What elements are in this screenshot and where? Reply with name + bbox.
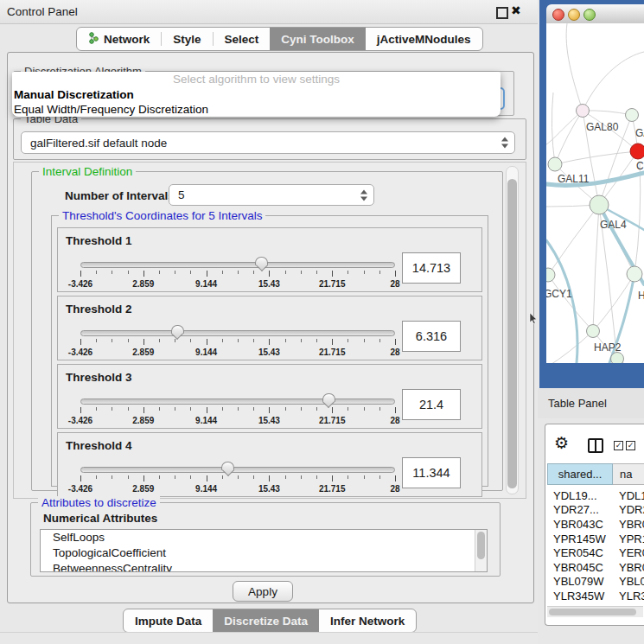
- table-row[interactable]: YLR345WYLR3: [547, 589, 644, 603]
- network-node[interactable]: [611, 353, 624, 364]
- close-icon[interactable]: ✖: [511, 3, 521, 17]
- network-edge[interactable]: [555, 151, 638, 164]
- float-window-icon[interactable]: [496, 7, 508, 19]
- tab-select[interactable]: Select: [214, 28, 271, 50]
- network-node-label: HAP2: [594, 341, 622, 354]
- column-header-name[interactable]: na: [613, 463, 644, 485]
- table-cell: YBL0: [615, 575, 644, 588]
- slider-track[interactable]: [80, 467, 395, 473]
- network-edge-highlighted[interactable]: [546, 240, 577, 363]
- table-row[interactable]: YDL19...YDL1: [547, 488, 644, 503]
- attribute-list-item[interactable]: SelfLoops: [41, 530, 487, 545]
- network-node[interactable]: [548, 157, 562, 171]
- close-traffic-light-icon[interactable]: [552, 9, 564, 21]
- network-node-label: GAL80: [586, 121, 619, 133]
- network-node[interactable]: [630, 143, 644, 159]
- dropdown-option-manual[interactable]: Manual Discretization: [12, 87, 501, 102]
- network-node[interactable]: [626, 109, 639, 122]
- network-node[interactable]: [577, 105, 590, 118]
- table-row[interactable]: YIL052CYIL0: [547, 603, 644, 605]
- threshold-slider[interactable]: -3.4262.8599.14415.4321.71528: [80, 467, 395, 494]
- table-row[interactable]: YDR27...YDR2: [547, 503, 644, 518]
- tab-impute-data[interactable]: Impute Data: [124, 609, 213, 632]
- attribute-items: SelfLoopsTopologicalCoefficientBetweenne…: [41, 530, 487, 572]
- checkbox-icon[interactable]: ✓: [614, 441, 623, 450]
- table-cell: YDL19...: [547, 489, 615, 502]
- table-cell: YBR043C: [547, 518, 615, 531]
- tab-discretize-data[interactable]: Discretize Data: [213, 609, 319, 632]
- numerical-attributes-list[interactable]: SelfLoopsTopologicalCoefficientBetweenne…: [40, 529, 488, 572]
- network-node[interactable]: [587, 325, 600, 338]
- network-node-label: GAL11: [558, 173, 590, 185]
- tab-jactivemnodules-label: jActiveMNodules: [377, 33, 471, 46]
- slider-track[interactable]: [80, 330, 395, 336]
- interval-definition-group: Interval Definition Number of Intervals …: [31, 171, 503, 491]
- vertical-scrollbar[interactable]: [506, 166, 519, 494]
- network-canvas[interactable]: GAL80GACGAL11GAL4GCY1HHAP2: [546, 23, 644, 363]
- network-edge[interactable]: [548, 275, 593, 331]
- tab-infer-network[interactable]: Infer Network: [319, 609, 416, 632]
- threshold-value-field[interactable]: 14.713: [402, 252, 461, 284]
- table-row[interactable]: YPR145WYPR1: [547, 532, 644, 546]
- tab-network-label: Network: [104, 33, 150, 46]
- slider-track[interactable]: [80, 399, 395, 405]
- tab-infer-network-label: Infer Network: [330, 615, 405, 628]
- network-window-titlebar[interactable]: [546, 4, 644, 24]
- cyni-toolbox-panel: Discretization Algorithm Select algorith…: [7, 52, 534, 603]
- checkbox-icon[interactable]: ✓: [626, 441, 635, 450]
- attribute-list-item[interactable]: TopologicalCoefficient: [41, 545, 487, 561]
- tab-style[interactable]: Style: [162, 28, 212, 50]
- table-row[interactable]: YER054CYER0: [547, 545, 644, 560]
- minimize-traffic-light-icon[interactable]: [568, 9, 580, 21]
- network-edge[interactable]: [566, 23, 583, 111]
- split-columns-icon[interactable]: [588, 438, 603, 453]
- panel-title: Control Panel: [7, 5, 78, 18]
- horizontal-scrollbar[interactable]: [547, 606, 643, 617]
- table-row[interactable]: YBR045CYBR0: [547, 560, 644, 575]
- settings-scroll-region: Interval Definition Number of Intervals …: [13, 162, 526, 499]
- network-node[interactable]: [590, 195, 609, 214]
- network-node[interactable]: [546, 268, 555, 282]
- network-edge[interactable]: [552, 92, 555, 164]
- apply-button[interactable]: Apply: [233, 581, 293, 602]
- network-edge[interactable]: [555, 111, 583, 164]
- tab-cyni-toolbox[interactable]: Cyni Toolbox: [270, 28, 366, 50]
- threshold-value-field[interactable]: 21.4: [402, 389, 461, 420]
- network-edge[interactable]: [548, 205, 599, 275]
- attribute-list-item[interactable]: BetweennessCentrality: [41, 561, 487, 572]
- threshold-label: Threshold 1: [66, 234, 132, 247]
- table-data-combo[interactable]: galFiltered.sif default node: [21, 131, 515, 154]
- table-row[interactable]: YBL079WYBL0: [547, 575, 644, 590]
- combo-stepper-icon: [501, 137, 508, 149]
- interval-definition-label: Interval Definition: [39, 165, 136, 178]
- dropdown-option-equal-width[interactable]: Equal Width/Frequency Discretization: [12, 102, 501, 117]
- network-edge[interactable]: [593, 205, 599, 331]
- list-scrollbar[interactable]: [475, 530, 487, 571]
- threshold-value: 11.344: [412, 466, 450, 480]
- table-panel-title: Table Panel: [548, 397, 607, 410]
- tab-jactivemnodules[interactable]: jActiveMNodules: [366, 28, 482, 50]
- tab-style-label: Style: [173, 33, 201, 46]
- num-intervals-combo[interactable]: 5: [169, 184, 374, 206]
- table-header-row: shared... na: [547, 463, 644, 485]
- table-row[interactable]: YBR043CYBR0: [547, 517, 644, 532]
- threshold-slider[interactable]: -3.4262.8599.14415.4321.71528: [80, 330, 395, 358]
- network-edge[interactable]: [583, 111, 632, 115]
- threshold-value-field[interactable]: 6.316: [402, 321, 461, 352]
- threshold-slider[interactable]: -3.4262.8599.14415.4321.71528: [80, 399, 395, 426]
- tab-network[interactable]: Network: [77, 28, 161, 50]
- network-node[interactable]: [627, 266, 642, 282]
- gear-icon[interactable]: ⚙: [554, 435, 569, 451]
- network-node-label: GAL4: [600, 219, 627, 231]
- zoom-traffic-light-icon[interactable]: [583, 9, 596, 21]
- scrollbar-thumb[interactable]: [507, 179, 517, 488]
- column-header-shared[interactable]: shared...: [547, 463, 613, 485]
- scrollbar-thumb[interactable]: [549, 609, 636, 615]
- threshold-slider[interactable]: -3.4262.8599.14415.4321.71528: [80, 262, 395, 290]
- network-edge[interactable]: [634, 162, 641, 274]
- scrollbar-thumb[interactable]: [477, 532, 485, 559]
- network-edge[interactable]: [583, 52, 644, 111]
- slider-track[interactable]: [80, 262, 395, 268]
- threshold-value-field[interactable]: 11.344: [402, 457, 461, 488]
- network-edge[interactable]: [546, 331, 593, 363]
